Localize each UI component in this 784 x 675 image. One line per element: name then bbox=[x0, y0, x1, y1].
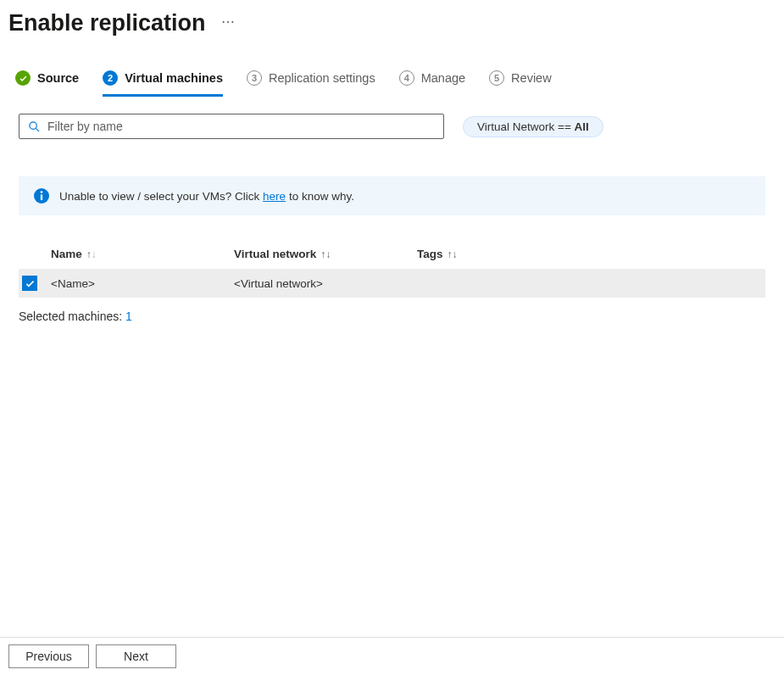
selected-count: 1 bbox=[125, 310, 132, 323]
svg-point-4 bbox=[41, 191, 43, 193]
sort-icon: ↑↓ bbox=[448, 248, 458, 260]
banner-text-after: to know why. bbox=[286, 190, 354, 203]
step-badge-number: 4 bbox=[399, 70, 414, 86]
step-badge-number: 2 bbox=[103, 70, 118, 86]
wizard-footer: Previous Next bbox=[0, 637, 784, 675]
filter-pill-prefix: Virtual Network == bbox=[477, 120, 575, 133]
svg-point-0 bbox=[30, 121, 36, 128]
step-badge-number: 3 bbox=[247, 70, 262, 86]
vnet-filter-pill[interactable]: Virtual Network == All bbox=[463, 116, 603, 137]
vm-table: Name ↑↓ Virtual network ↑↓ Tags ↑↓ <Name… bbox=[19, 239, 765, 298]
col-header-label: Tags bbox=[417, 248, 443, 260]
filter-pill-value: All bbox=[575, 120, 589, 133]
step-label: Review bbox=[511, 71, 552, 85]
step-replication-settings[interactable]: 3 Replication settings bbox=[247, 70, 375, 97]
col-header-label: Virtual network bbox=[234, 248, 316, 260]
svg-rect-3 bbox=[41, 194, 42, 200]
cell-name: <Name> bbox=[51, 277, 229, 290]
next-button[interactable]: Next bbox=[96, 644, 176, 668]
selected-summary: Selected machines: 1 bbox=[0, 298, 784, 323]
banner-text-before: Unable to view / select your VMs? Click bbox=[59, 190, 263, 203]
info-icon bbox=[34, 188, 49, 204]
col-header-label: Name bbox=[51, 248, 82, 260]
step-source[interactable]: Source bbox=[15, 70, 79, 97]
col-header-tags[interactable]: Tags ↑↓ bbox=[417, 248, 762, 260]
wizard-stepper: Source 2 Virtual machines 3 Replication … bbox=[0, 36, 784, 97]
search-input[interactable] bbox=[47, 120, 435, 133]
step-label: Virtual machines bbox=[125, 71, 223, 85]
more-menu-icon[interactable]: ⋯ bbox=[221, 15, 236, 32]
info-banner: Unable to view / select your VMs? Click … bbox=[19, 176, 765, 215]
col-header-name[interactable]: Name ↑↓ bbox=[51, 248, 229, 260]
svg-line-1 bbox=[36, 128, 39, 131]
banner-link[interactable]: here bbox=[263, 190, 286, 203]
col-header-vnet[interactable]: Virtual network ↑↓ bbox=[234, 248, 412, 260]
step-virtual-machines[interactable]: 2 Virtual machines bbox=[103, 70, 223, 97]
search-icon bbox=[28, 120, 41, 133]
cell-vnet: <Virtual network> bbox=[234, 277, 412, 290]
sort-icon: ↑↓ bbox=[86, 248, 97, 260]
search-box[interactable] bbox=[19, 114, 444, 139]
step-label: Source bbox=[37, 71, 79, 85]
step-manage[interactable]: 4 Manage bbox=[399, 70, 465, 97]
step-badge-number: 5 bbox=[489, 70, 504, 86]
check-icon bbox=[15, 70, 31, 86]
sort-icon: ↑↓ bbox=[320, 248, 331, 260]
step-review[interactable]: 5 Review bbox=[489, 70, 552, 97]
selected-label: Selected machines: bbox=[19, 310, 125, 323]
table-row[interactable]: <Name> <Virtual network> bbox=[19, 269, 765, 298]
step-label: Replication settings bbox=[269, 71, 375, 85]
step-label: Manage bbox=[421, 71, 465, 85]
row-checkbox[interactable] bbox=[22, 276, 37, 291]
page-title: Enable replication bbox=[8, 10, 206, 36]
previous-button[interactable]: Previous bbox=[8, 644, 89, 668]
